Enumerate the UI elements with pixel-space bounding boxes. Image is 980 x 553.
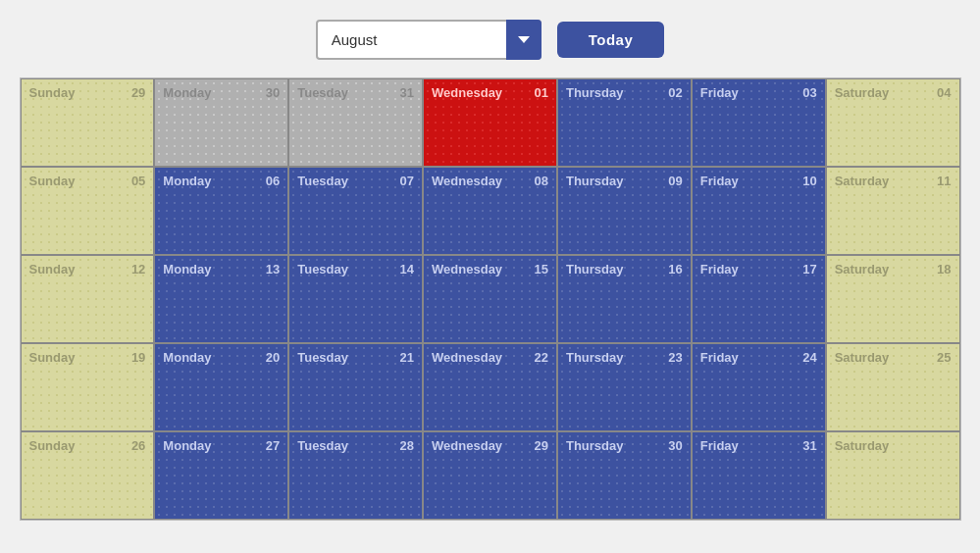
calendar-cell[interactable]: Wednesday29 — [423, 431, 557, 520]
calendar-cell[interactable]: Friday10 — [692, 167, 826, 255]
calendar-cell[interactable]: Tuesday14 — [288, 255, 423, 343]
cell-day-name: Friday — [700, 174, 739, 188]
calendar-week-row: Sunday26Monday27Tuesday28Wednesday29Thur… — [21, 431, 960, 520]
cell-day-name: Friday — [700, 262, 739, 276]
cell-day-number: 31 — [400, 85, 414, 100]
calendar-cell[interactable]: Tuesday21 — [288, 343, 423, 431]
cell-day-name: Tuesday — [297, 350, 348, 365]
calendar-cell[interactable]: Saturday25 — [826, 343, 960, 431]
cell-day-name: Monday — [163, 174, 211, 188]
cell-day-name: Monday — [163, 262, 211, 276]
calendar-week-row: Sunday29Monday30Tuesday31Wednesday01Thur… — [21, 78, 960, 167]
cell-day-name: Friday — [700, 85, 739, 100]
calendar-cell[interactable]: Wednesday22 — [423, 343, 557, 431]
calendar-cell[interactable]: Friday31 — [692, 431, 826, 520]
cell-day-number: 05 — [131, 174, 145, 188]
cell-day-name: Friday — [700, 350, 739, 365]
month-select[interactable]: JanuaryFebruaryMarchAprilMayJuneJulyAugu… — [316, 20, 542, 60]
calendar: Sunday29Monday30Tuesday31Wednesday01Thur… — [20, 77, 961, 521]
cell-day-number: 27 — [266, 438, 280, 453]
calendar-cell[interactable]: Friday17 — [692, 255, 826, 343]
cell-day-name: Monday — [163, 85, 211, 100]
cell-day-name: Thursday — [566, 350, 624, 365]
month-select-wrapper: JanuaryFebruaryMarchAprilMayJuneJulyAugu… — [316, 20, 542, 60]
cell-day-name: Thursday — [566, 174, 624, 188]
cell-day-name: Wednesday — [432, 262, 502, 276]
cell-day-number: 07 — [400, 174, 414, 188]
calendar-cell[interactable]: Sunday12 — [21, 255, 155, 343]
cell-day-name: Wednesday — [432, 438, 502, 453]
calendar-cell[interactable]: Tuesday07 — [288, 167, 423, 255]
cell-day-number: 13 — [266, 262, 280, 276]
cell-day-number: 04 — [937, 85, 951, 100]
cell-day-name: Saturday — [835, 85, 890, 100]
calendar-cell[interactable]: Thursday16 — [557, 255, 692, 343]
cell-day-number: 10 — [802, 174, 816, 188]
calendar-cell[interactable]: Thursday30 — [557, 431, 692, 520]
cell-day-name: Sunday — [29, 438, 76, 453]
calendar-cell[interactable]: Friday24 — [692, 343, 826, 431]
cell-day-number: 15 — [534, 262, 547, 276]
calendar-cell[interactable]: Sunday05 — [21, 167, 155, 255]
cell-day-number: 30 — [668, 438, 682, 453]
cell-day-name: Sunday — [29, 174, 76, 188]
cell-day-number: 01 — [534, 85, 547, 100]
cell-day-name: Tuesday — [297, 262, 348, 276]
cell-day-number: 02 — [668, 85, 682, 100]
calendar-cell[interactable]: Saturday — [826, 431, 960, 520]
cell-day-number: 08 — [534, 174, 547, 188]
calendar-cell[interactable]: Sunday19 — [21, 343, 155, 431]
cell-day-number: 24 — [802, 350, 816, 365]
toolbar: JanuaryFebruaryMarchAprilMayJuneJulyAugu… — [316, 20, 665, 60]
calendar-cell[interactable]: Sunday26 — [21, 431, 155, 520]
cell-day-number: 14 — [400, 262, 414, 276]
cell-day-name: Sunday — [29, 350, 76, 365]
calendar-cell[interactable]: Wednesday01 — [423, 78, 557, 167]
calendar-cell[interactable]: Tuesday28 — [288, 431, 423, 520]
calendar-cell[interactable]: Thursday09 — [557, 167, 692, 255]
calendar-week-row: Sunday05Monday06Tuesday07Wednesday08Thur… — [21, 167, 960, 255]
cell-day-number: 18 — [937, 262, 951, 276]
today-button[interactable]: Today — [557, 22, 665, 58]
cell-day-number: 21 — [400, 350, 414, 365]
cell-day-number: 16 — [668, 262, 682, 276]
cell-day-name: Wednesday — [432, 174, 502, 188]
cell-day-number: 12 — [131, 262, 145, 276]
cell-day-name: Wednesday — [432, 350, 502, 365]
cell-day-number: 26 — [131, 438, 145, 453]
cell-day-number: 25 — [937, 350, 951, 365]
cell-day-number: 29 — [131, 85, 145, 100]
calendar-cell[interactable]: Thursday23 — [557, 343, 692, 431]
calendar-cell[interactable]: Saturday04 — [826, 78, 960, 167]
calendar-cell[interactable]: Tuesday31 — [288, 78, 423, 167]
cell-day-name: Saturday — [835, 174, 890, 188]
cell-day-number: 03 — [802, 85, 816, 100]
calendar-week-row: Sunday12Monday13Tuesday14Wednesday15Thur… — [21, 255, 960, 343]
calendar-cell[interactable]: Monday13 — [154, 255, 288, 343]
calendar-cell[interactable]: Monday20 — [154, 343, 288, 431]
cell-day-number: 22 — [534, 350, 547, 365]
calendar-cell[interactable]: Monday27 — [154, 431, 288, 520]
calendar-cell[interactable]: Thursday02 — [557, 78, 692, 167]
cell-day-name: Sunday — [29, 85, 76, 100]
cell-day-number: 17 — [802, 262, 816, 276]
calendar-cell[interactable]: Monday06 — [154, 167, 288, 255]
cell-day-name: Thursday — [566, 85, 624, 100]
cell-day-name: Friday — [700, 438, 739, 453]
calendar-cell[interactable]: Saturday11 — [826, 167, 960, 255]
cell-day-name: Sunday — [29, 262, 76, 276]
calendar-cell[interactable]: Friday03 — [692, 78, 826, 167]
cell-day-name: Saturday — [835, 438, 890, 453]
cell-day-name: Monday — [163, 350, 211, 365]
cell-day-number: 11 — [937, 174, 951, 188]
cell-day-number: 19 — [131, 350, 145, 365]
calendar-cell[interactable]: Wednesday15 — [423, 255, 557, 343]
cell-day-number: 20 — [266, 350, 280, 365]
calendar-cell[interactable]: Sunday29 — [21, 78, 155, 167]
cell-day-name: Saturday — [835, 350, 890, 365]
calendar-cell[interactable]: Saturday18 — [826, 255, 960, 343]
cell-day-name: Tuesday — [297, 438, 348, 453]
calendar-cell[interactable]: Wednesday08 — [423, 167, 557, 255]
calendar-cell[interactable]: Monday30 — [154, 78, 288, 167]
cell-day-number: 30 — [266, 85, 280, 100]
